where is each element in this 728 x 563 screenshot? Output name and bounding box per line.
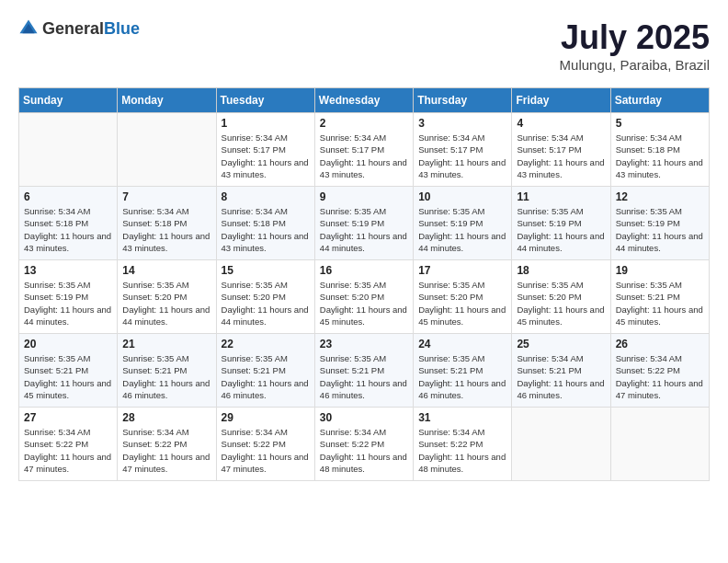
day-number: 10 [418,190,506,203]
logo-blue: Blue [104,19,140,38]
day-number: 6 [24,190,112,203]
day-detail: Sunrise: 5:35 AM Sunset: 5:21 PM Dayligh… [320,352,408,401]
weekday-header-monday: Monday [118,88,216,113]
day-number: 15 [222,264,310,277]
calendar-cell: 29Sunrise: 5:34 AM Sunset: 5:22 PM Dayli… [216,408,314,481]
page-header: GeneralBlue July 2025 Mulungu, Paraiba, … [18,18,710,73]
day-detail: Sunrise: 5:34 AM Sunset: 5:17 PM Dayligh… [222,132,310,180]
day-number: 22 [222,338,310,350]
day-number: 3 [418,117,506,130]
day-number: 30 [320,411,408,424]
day-detail: Sunrise: 5:34 AM Sunset: 5:22 PM Dayligh… [418,426,506,475]
day-detail: Sunrise: 5:35 AM Sunset: 5:20 PM Dayligh… [122,279,210,327]
logo: GeneralBlue [18,18,140,39]
week-row-2: 6Sunrise: 5:34 AM Sunset: 5:18 PM Daylig… [19,187,710,260]
calendar-cell: 22Sunrise: 5:35 AM Sunset: 5:21 PM Dayli… [216,334,314,408]
day-number: 14 [122,264,210,277]
day-detail: Sunrise: 5:34 AM Sunset: 5:22 PM Dayligh… [616,352,704,401]
day-number: 23 [320,338,408,350]
calendar-cell: 15Sunrise: 5:35 AM Sunset: 5:20 PM Dayli… [216,260,314,334]
calendar-cell: 27Sunrise: 5:34 AM Sunset: 5:22 PM Dayli… [19,408,118,481]
day-number: 19 [616,264,704,277]
weekday-header-tuesday: Tuesday [216,88,314,113]
calendar-cell: 20Sunrise: 5:35 AM Sunset: 5:21 PM Dayli… [19,334,118,408]
day-detail: Sunrise: 5:35 AM Sunset: 5:20 PM Dayligh… [320,279,408,327]
day-number: 20 [24,338,112,350]
weekday-header-row: SundayMondayTuesdayWednesdayThursdayFrid… [19,88,710,113]
calendar-cell [610,408,709,481]
logo-general: General [42,19,104,38]
calendar-cell: 7Sunrise: 5:34 AM Sunset: 5:18 PM Daylig… [118,187,216,260]
calendar-cell [512,408,610,481]
weekday-header-sunday: Sunday [19,88,118,113]
week-row-4: 20Sunrise: 5:35 AM Sunset: 5:21 PM Dayli… [19,334,710,408]
day-detail: Sunrise: 5:34 AM Sunset: 5:22 PM Dayligh… [122,426,210,475]
calendar-cell: 25Sunrise: 5:34 AM Sunset: 5:21 PM Dayli… [512,334,610,408]
day-number: 2 [320,117,408,130]
weekday-header-friday: Friday [512,88,610,113]
calendar-cell: 28Sunrise: 5:34 AM Sunset: 5:22 PM Dayli… [118,408,216,481]
day-detail: Sunrise: 5:35 AM Sunset: 5:21 PM Dayligh… [222,352,310,401]
day-number: 26 [616,338,704,350]
calendar-table: SundayMondayTuesdayWednesdayThursdayFrid… [18,87,710,481]
weekday-header-thursday: Thursday [414,88,512,113]
day-detail: Sunrise: 5:35 AM Sunset: 5:21 PM Dayligh… [24,352,112,401]
day-number: 16 [320,264,408,277]
calendar-cell: 30Sunrise: 5:34 AM Sunset: 5:22 PM Dayli… [314,408,413,481]
day-detail: Sunrise: 5:34 AM Sunset: 5:21 PM Dayligh… [517,352,605,401]
weekday-header-saturday: Saturday [610,88,709,113]
day-number: 18 [517,264,605,277]
calendar-cell: 21Sunrise: 5:35 AM Sunset: 5:21 PM Dayli… [118,334,216,408]
day-number: 9 [320,190,408,203]
day-number: 5 [616,117,704,130]
calendar-cell: 13Sunrise: 5:35 AM Sunset: 5:19 PM Dayli… [19,260,118,334]
location-title: Mulungu, Paraiba, Brazil [560,57,710,73]
week-row-5: 27Sunrise: 5:34 AM Sunset: 5:22 PM Dayli… [19,408,710,481]
calendar-cell [118,113,216,187]
day-detail: Sunrise: 5:34 AM Sunset: 5:17 PM Dayligh… [517,132,605,180]
calendar-cell [19,113,118,187]
day-number: 8 [222,190,310,203]
day-number: 4 [517,117,605,130]
day-detail: Sunrise: 5:34 AM Sunset: 5:18 PM Dayligh… [24,205,112,254]
week-row-3: 13Sunrise: 5:35 AM Sunset: 5:19 PM Dayli… [19,260,710,334]
day-number: 11 [517,190,605,203]
day-number: 13 [24,264,112,277]
calendar-cell: 11Sunrise: 5:35 AM Sunset: 5:19 PM Dayli… [512,187,610,260]
day-detail: Sunrise: 5:34 AM Sunset: 5:18 PM Dayligh… [222,205,310,254]
day-detail: Sunrise: 5:34 AM Sunset: 5:17 PM Dayligh… [320,132,408,180]
calendar-cell: 18Sunrise: 5:35 AM Sunset: 5:20 PM Dayli… [512,260,610,334]
weekday-header-wednesday: Wednesday [314,88,413,113]
day-number: 29 [222,411,310,424]
day-detail: Sunrise: 5:35 AM Sunset: 5:20 PM Dayligh… [517,279,605,327]
day-detail: Sunrise: 5:35 AM Sunset: 5:19 PM Dayligh… [24,279,112,327]
day-number: 21 [122,338,210,350]
calendar-cell: 23Sunrise: 5:35 AM Sunset: 5:21 PM Dayli… [314,334,413,408]
day-detail: Sunrise: 5:35 AM Sunset: 5:20 PM Dayligh… [418,279,506,327]
day-detail: Sunrise: 5:34 AM Sunset: 5:22 PM Dayligh… [24,426,112,475]
calendar-cell: 19Sunrise: 5:35 AM Sunset: 5:21 PM Dayli… [610,260,709,334]
day-number: 31 [418,411,506,424]
calendar-cell: 8Sunrise: 5:34 AM Sunset: 5:18 PM Daylig… [216,187,314,260]
day-detail: Sunrise: 5:35 AM Sunset: 5:21 PM Dayligh… [122,352,210,401]
day-number: 17 [418,264,506,277]
day-detail: Sunrise: 5:34 AM Sunset: 5:18 PM Dayligh… [616,132,704,180]
calendar-cell: 17Sunrise: 5:35 AM Sunset: 5:20 PM Dayli… [414,260,512,334]
day-number: 28 [122,411,210,424]
day-detail: Sunrise: 5:34 AM Sunset: 5:22 PM Dayligh… [320,426,408,475]
logo-icon [18,18,39,39]
day-detail: Sunrise: 5:35 AM Sunset: 5:19 PM Dayligh… [517,205,605,254]
calendar-cell: 14Sunrise: 5:35 AM Sunset: 5:20 PM Dayli… [118,260,216,334]
day-number: 12 [616,190,704,203]
calendar-cell: 6Sunrise: 5:34 AM Sunset: 5:18 PM Daylig… [19,187,118,260]
calendar-cell: 4Sunrise: 5:34 AM Sunset: 5:17 PM Daylig… [512,113,610,187]
day-number: 25 [517,338,605,350]
day-detail: Sunrise: 5:35 AM Sunset: 5:19 PM Dayligh… [418,205,506,254]
calendar-cell: 9Sunrise: 5:35 AM Sunset: 5:19 PM Daylig… [314,187,413,260]
calendar-cell: 2Sunrise: 5:34 AM Sunset: 5:17 PM Daylig… [314,113,413,187]
day-detail: Sunrise: 5:34 AM Sunset: 5:18 PM Dayligh… [122,205,210,254]
day-number: 27 [24,411,112,424]
day-detail: Sunrise: 5:34 AM Sunset: 5:22 PM Dayligh… [222,426,310,475]
calendar-cell: 1Sunrise: 5:34 AM Sunset: 5:17 PM Daylig… [216,113,314,187]
day-detail: Sunrise: 5:35 AM Sunset: 5:20 PM Dayligh… [222,279,310,327]
